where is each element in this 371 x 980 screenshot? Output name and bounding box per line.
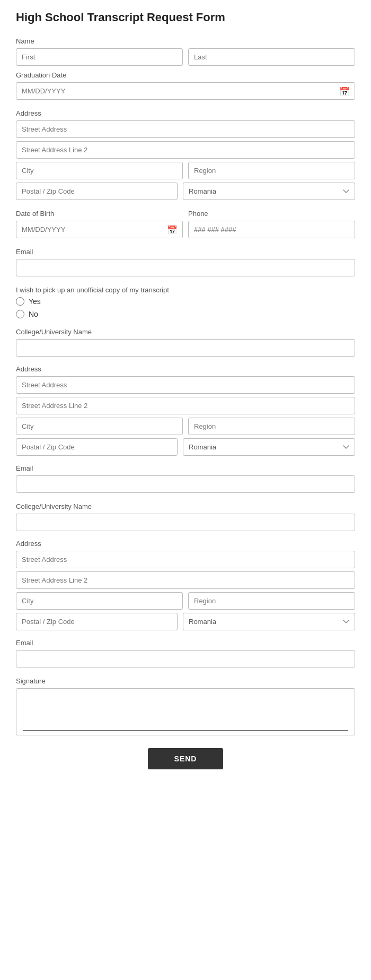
pickup-yes-radio[interactable] — [16, 297, 24, 306]
college-2-name-input[interactable] — [16, 514, 355, 531]
pickup-label: I wish to pick up an unofficial copy of … — [16, 286, 355, 294]
city-3-input[interactable] — [16, 592, 183, 610]
graduation-date-input[interactable] — [16, 82, 355, 100]
email-label-3: Email — [16, 639, 355, 647]
pickup-no-label: No — [29, 310, 38, 318]
address-label-1: Address — [16, 109, 355, 117]
pickup-yes-label: Yes — [29, 297, 41, 306]
city-2-input[interactable] — [16, 418, 183, 435]
region-3-input[interactable] — [188, 592, 355, 610]
pickup-no-radio[interactable] — [16, 310, 24, 318]
region-1-input[interactable] — [188, 162, 355, 179]
dob-phone-section: Date of Birth 📅 Phone — [16, 210, 355, 238]
street-address-3-input[interactable] — [16, 551, 355, 568]
street-address2-3-input[interactable] — [16, 571, 355, 589]
name-label: Name — [16, 37, 355, 45]
college-2-section: College/University Name Address Romania … — [16, 502, 355, 667]
email-label-2: Email — [16, 464, 355, 472]
last-name-input[interactable] — [188, 48, 355, 66]
dob-input[interactable] — [16, 221, 183, 238]
email-label-1: Email — [16, 248, 355, 256]
country-2-select[interactable]: Romania United States United Kingdom Can… — [183, 438, 355, 456]
signature-section: Signature — [16, 677, 355, 735]
signature-line — [23, 730, 348, 731]
send-button-wrapper: SEND — [16, 748, 355, 769]
send-button[interactable]: SEND — [148, 748, 224, 769]
first-name-input[interactable] — [16, 48, 183, 66]
graduation-date-label: Graduation Date — [16, 71, 355, 79]
address-label-2: Address — [16, 365, 355, 373]
city-1-input[interactable] — [16, 162, 183, 179]
country-1-select[interactable]: Romania United States United Kingdom Can… — [183, 183, 355, 200]
street-address-2-input[interactable] — [16, 376, 355, 394]
college-2-name-label: College/University Name — [16, 502, 355, 510]
signature-drawing-area[interactable] — [21, 693, 350, 730]
college-1-section: College/University Name Address Romania … — [16, 328, 355, 493]
graduation-date-section: Graduation Date 📅 — [16, 71, 355, 100]
street-address2-2-input[interactable] — [16, 397, 355, 414]
street-address-1-input[interactable] — [16, 120, 355, 138]
email-3-input[interactable] — [16, 650, 355, 667]
email-1-input[interactable] — [16, 259, 355, 276]
signature-box[interactable] — [16, 688, 355, 735]
signature-label: Signature — [16, 677, 355, 685]
college-1-name-label: College/University Name — [16, 328, 355, 336]
pickup-no-item: No — [16, 310, 355, 318]
postal-1-input[interactable] — [16, 183, 178, 200]
street-address2-1-input[interactable] — [16, 141, 355, 159]
page-title: High School Transcript Request Form — [16, 11, 355, 24]
phone-input[interactable] — [188, 221, 355, 238]
pickup-radio-group: Yes No — [16, 297, 355, 318]
country-3-select[interactable]: Romania United States United Kingdom Can… — [183, 613, 355, 630]
college-1-name-input[interactable] — [16, 339, 355, 357]
personal-email-section: Email — [16, 248, 355, 276]
region-2-input[interactable] — [188, 418, 355, 435]
name-section: Name — [16, 37, 355, 66]
email-2-input[interactable] — [16, 475, 355, 493]
pickup-yes-item: Yes — [16, 297, 355, 306]
pickup-section: I wish to pick up an unofficial copy of … — [16, 286, 355, 318]
address-label-3: Address — [16, 540, 355, 548]
postal-2-input[interactable] — [16, 438, 178, 456]
personal-address-section: Address Romania United States United Kin… — [16, 109, 355, 200]
dob-label: Date of Birth — [16, 210, 183, 218]
phone-label: Phone — [188, 210, 355, 218]
postal-3-input[interactable] — [16, 613, 178, 630]
